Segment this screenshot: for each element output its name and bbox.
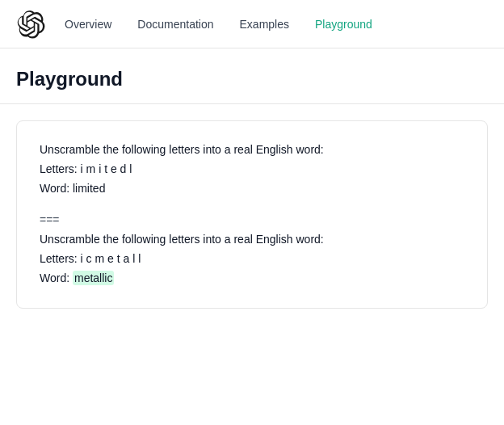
nav-item-overview[interactable]: Overview [65, 18, 111, 31]
block2-line3: Word: metallic [40, 269, 464, 288]
block2-word-value: metallic [73, 271, 114, 285]
main-content: Unscramble the following letters into a … [0, 104, 504, 325]
block1-word-value: limited [73, 182, 105, 195]
main-nav: Overview Documentation Examples Playgrou… [65, 18, 372, 31]
content-card: Unscramble the following letters into a … [16, 120, 488, 309]
separator: === [40, 211, 464, 230]
page-title: Playground [16, 68, 488, 90]
block-2: Unscramble the following letters into a … [40, 230, 464, 288]
nav-item-examples[interactable]: Examples [240, 18, 289, 31]
block1-line3: Word: limited [40, 179, 464, 199]
nav-item-playground[interactable]: Playground [315, 18, 372, 31]
page-title-area: Playground [0, 48, 504, 104]
block2-line1: Unscramble the following letters into a … [40, 230, 464, 250]
block2-word-prefix: Word: [40, 271, 73, 284]
block-1: Unscramble the following letters into a … [40, 141, 464, 198]
block1-line1: Unscramble the following letters into a … [40, 141, 464, 160]
header: Overview Documentation Examples Playgrou… [0, 0, 504, 48]
block1-word-prefix: Word: [40, 182, 73, 195]
logo-icon [16, 10, 45, 39]
nav-item-documentation[interactable]: Documentation [137, 18, 213, 31]
block1-line2: Letters: i m i t e d l [40, 160, 464, 179]
block2-line2: Letters: i c m e t a l l [40, 250, 464, 269]
